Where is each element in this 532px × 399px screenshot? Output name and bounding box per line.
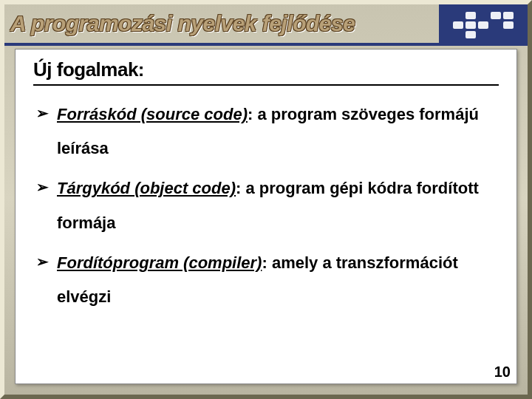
slide-title: A programozási nyelvek fejlődése — [10, 11, 355, 36]
logo-icon — [453, 12, 514, 38]
subtitle: Új fogalmak: — [33, 58, 499, 86]
term: Forráskód (source code) — [57, 105, 248, 123]
bullet-list: Forráskód (source code): a program szöve… — [33, 98, 499, 314]
term: Fordítóprogram (compiler) — [57, 253, 262, 272]
page-number: 10 — [494, 364, 511, 381]
content-panel: Új fogalmak: Forráskód (source code): a … — [15, 49, 517, 384]
list-item: Fordítóprogram (compiler): amely a trans… — [36, 246, 499, 314]
term: Tárgykód (object code) — [57, 179, 236, 197]
list-item: Forráskód (source code): a program szöve… — [36, 98, 499, 166]
list-item: Tárgykód (object code): a program gépi k… — [36, 171, 499, 239]
header: A programozási nyelvek fejlődése — [4, 4, 528, 46]
slide-frame: A programozási nyelvek fejlődése Új foga… — [0, 0, 532, 399]
logo-block — [439, 4, 528, 46]
